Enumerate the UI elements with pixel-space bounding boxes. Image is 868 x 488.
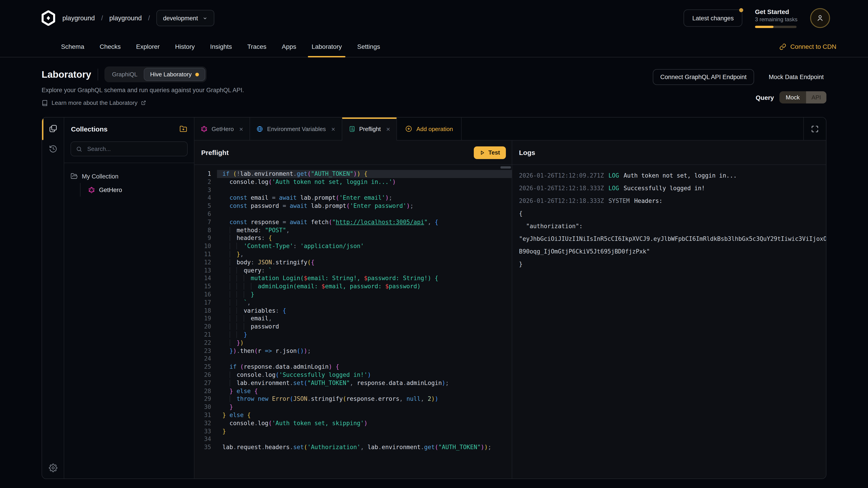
collections-tree: My Collection GetHero [64, 163, 194, 203]
code-line[interactable]: 21 } [194, 331, 512, 339]
breadcrumb-project[interactable]: playground [110, 14, 142, 22]
folder-open-icon [70, 173, 78, 180]
target-select-value: development [163, 15, 198, 22]
query-toggle-mock[interactable]: Mock [779, 91, 806, 103]
code-line[interactable]: 19 email, [194, 315, 512, 323]
get-started-progress-fill [755, 26, 774, 28]
search-input[interactable] [86, 145, 182, 153]
code-line[interactable]: 31} else { [194, 411, 512, 419]
latest-changes-button[interactable]: Latest changes [684, 9, 742, 27]
collection-item-gethero[interactable]: GetHero [88, 183, 188, 197]
new-collection-button[interactable] [180, 125, 187, 133]
code-line[interactable]: 16 } [194, 291, 512, 299]
code-line[interactable]: 27 lab.environment.set("AUTH_TOKEN", res… [194, 379, 512, 387]
code-line[interactable]: 24 [194, 355, 512, 363]
tab-preflight[interactable]: Preflight× [342, 118, 397, 140]
nav-item-settings[interactable]: Settings [357, 36, 380, 57]
tab-gethero[interactable]: GetHero× [194, 118, 250, 140]
code-line[interactable]: 26 console.log('Successfully logged in!'… [194, 371, 512, 379]
avatar[interactable] [810, 8, 830, 28]
line-number: 24 [194, 355, 217, 363]
close-icon[interactable]: × [239, 125, 243, 132]
code-line[interactable]: 10 'Content-Type': 'application/json' [194, 242, 512, 250]
code-line[interactable]: 34 [194, 435, 512, 444]
nav-item-schema[interactable]: Schema [61, 36, 84, 57]
nav-item-laboratory[interactable]: Laboratory [311, 36, 342, 57]
code-line[interactable]: 18 variables: { [194, 306, 512, 315]
target-select[interactable]: development [156, 10, 214, 26]
code-line[interactable]: 17 `, [194, 299, 512, 307]
hive-logo-icon[interactable] [41, 10, 55, 26]
laboratory-header-right: Connect GraphQL API Endpoint Mock Data E… [653, 66, 827, 103]
collection-folder-my-collection[interactable]: My Collection [70, 169, 188, 183]
get-started-progress [755, 26, 797, 28]
code-line[interactable]: 33} [194, 427, 512, 435]
code-line[interactable]: 35lab.request.headers.set('Authorization… [194, 443, 512, 451]
nav-item-checks[interactable]: Checks [100, 36, 121, 57]
code-line[interactable]: 23 }).then(r => r.json()); [194, 347, 512, 355]
code-line[interactable]: 25 if (response.data.adminLogin) { [194, 363, 512, 371]
line-number: 14 [194, 274, 217, 283]
code-line[interactable]: 1if (!lab.environment.get("AUTH_TOKEN"))… [194, 170, 512, 178]
lab-mode-toggle: GraphiQL Hive Laboratory [104, 66, 206, 82]
nav-item-apps[interactable]: Apps [282, 36, 296, 57]
connect-cdn-link[interactable]: Connect to CDN [779, 43, 836, 50]
code-line[interactable]: 28 } else { [194, 387, 512, 395]
code-line[interactable]: 4 const email = await lab.prompt('Enter … [194, 194, 512, 202]
log-entry: 2026-01-26T12:12:09.271ZLOGAuth token no… [519, 169, 826, 182]
learn-more-link[interactable]: Learn more about the Laboratory [41, 99, 244, 106]
code-line[interactable]: 13 query: ` [194, 266, 512, 274]
nav-item-explorer[interactable]: Explorer [136, 36, 160, 57]
code-line[interactable]: 20 password [194, 323, 512, 331]
code-line[interactable]: 11 }, [194, 250, 512, 258]
code-line[interactable]: 32 console.log('Auth token set, skipping… [194, 419, 512, 427]
line-number: 8 [194, 226, 217, 234]
tab-add-operation[interactable]: Add operation [397, 118, 462, 140]
scrollbar-thumb[interactable] [500, 166, 511, 168]
line-content: email, [217, 315, 512, 323]
connect-endpoint-button[interactable]: Connect GraphQL API Endpoint [653, 69, 754, 85]
code-line[interactable]: 7 const response = await fetch("http://l… [194, 218, 512, 226]
code-line[interactable]: 30 } [194, 403, 512, 411]
collections-title: Collections [71, 125, 107, 133]
divider [97, 68, 98, 80]
code-editor[interactable]: 1if (!lab.environment.get("AUTH_TOKEN"))… [194, 165, 512, 479]
header: playground / playground / development La… [0, 0, 868, 36]
close-icon[interactable]: × [331, 125, 335, 132]
nav-item-traces[interactable]: Traces [247, 36, 267, 57]
line-content: lab.environment.set("AUTH_TOKEN", respon… [217, 379, 512, 387]
test-button[interactable]: Test [474, 146, 506, 159]
close-icon[interactable]: × [386, 126, 390, 132]
code-line[interactable]: 8 method: "POST", [194, 226, 512, 234]
collections-rail-button[interactable] [49, 124, 57, 133]
line-number: 20 [194, 323, 217, 331]
settings-rail-button[interactable] [49, 464, 57, 472]
nav-item-insights[interactable]: Insights [210, 36, 232, 57]
tab-environment-variables[interactable]: Environment Variables× [250, 118, 342, 140]
code-line[interactable]: 9 headers: { [194, 234, 512, 242]
breadcrumb-separator: / [148, 14, 150, 22]
code-line[interactable]: 6 [194, 210, 512, 218]
code-line[interactable]: 12 body: JSON.stringify({ [194, 258, 512, 267]
get-started-title: Get Started [755, 8, 798, 15]
laboratory-panel: Collections [41, 117, 827, 479]
code-line[interactable]: 22 }) [194, 339, 512, 347]
breadcrumb-org[interactable]: playground [62, 14, 95, 22]
code-line[interactable]: 2 console.log('Auth token not set, loggi… [194, 178, 512, 186]
code-line[interactable]: 3 [194, 186, 512, 194]
code-line[interactable]: 15 adminLogin(email: $email, password: $… [194, 283, 512, 291]
code-line[interactable]: 29 throw new Error(JSON.stringify(respon… [194, 395, 512, 403]
get-started[interactable]: Get Started 3 remaining tasks [755, 8, 798, 28]
mock-endpoint-button[interactable]: Mock Data Endpoint [766, 73, 827, 81]
fullscreen-button[interactable] [803, 118, 826, 140]
code-line[interactable]: 5 const password = await lab.prompt('Ent… [194, 202, 512, 210]
line-number: 27 [194, 379, 217, 387]
mode-hive-laboratory[interactable]: Hive Laboratory [144, 68, 205, 81]
history-rail-button[interactable] [49, 144, 57, 153]
code-line[interactable]: 14 mutation Login($email: String!, $pass… [194, 274, 512, 283]
nav-item-history[interactable]: History [175, 36, 195, 57]
gear-icon [49, 464, 57, 472]
log-level-badge: SYSTEM [609, 197, 630, 204]
query-toggle-api[interactable]: API [806, 91, 827, 103]
mode-graphiql[interactable]: GraphiQL [105, 68, 144, 80]
